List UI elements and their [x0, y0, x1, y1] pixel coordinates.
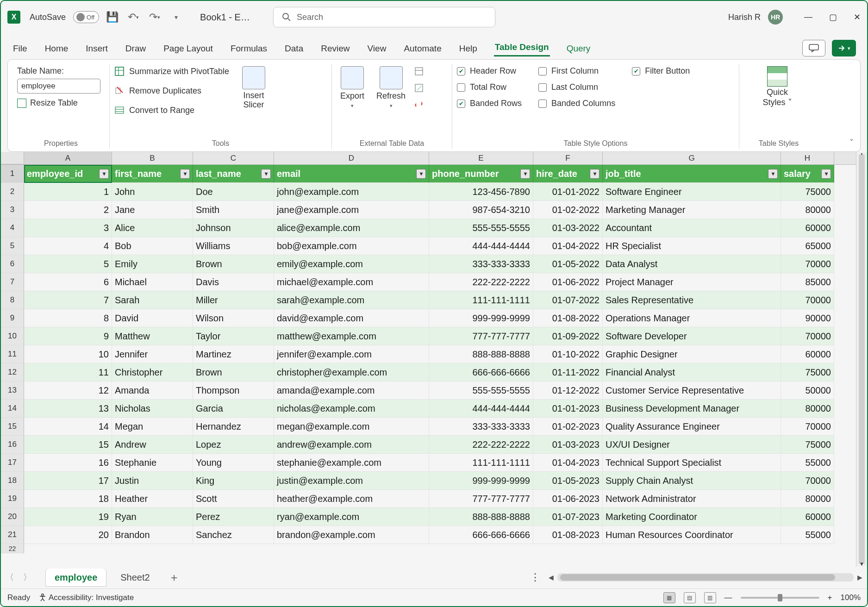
column-header-E[interactable]: E: [429, 152, 533, 164]
cell[interactable]: 16: [24, 454, 112, 472]
row-header[interactable]: 14: [1, 400, 24, 418]
cell[interactable]: jane@example.com: [274, 201, 429, 219]
row-header[interactable]: 15: [1, 418, 24, 436]
ribbon-tab-formulas[interactable]: Formulas: [230, 41, 268, 56]
cell[interactable]: 1: [24, 183, 112, 201]
cell[interactable]: justin@example.com: [274, 472, 429, 490]
cell[interactable]: Sales Representative: [603, 291, 781, 309]
ribbon-tab-automate[interactable]: Automate: [403, 41, 442, 56]
cell[interactable]: 222-222-2222: [429, 273, 533, 291]
cell[interactable]: ryan@example.com: [274, 508, 429, 526]
cell[interactable]: Stephanie: [112, 454, 193, 472]
cell[interactable]: 70000: [781, 472, 834, 490]
row-header[interactable]: 8: [1, 291, 24, 309]
cell[interactable]: Supply Chain Analyst: [603, 472, 781, 490]
cell[interactable]: 01-08-2023: [533, 526, 603, 544]
cell[interactable]: Ryan: [112, 508, 193, 526]
export-button[interactable]: Export ▾: [337, 66, 368, 109]
banded-columns-checkbox[interactable]: Banded Columns: [538, 99, 615, 108]
cell[interactable]: Data Analyst: [603, 255, 781, 273]
row-header[interactable]: 1: [1, 165, 24, 183]
resize-table-button[interactable]: Resize Table: [17, 98, 102, 108]
cell[interactable]: 555-555-5555: [429, 219, 533, 237]
row-header[interactable]: 22: [1, 544, 24, 553]
cell[interactable]: 01-06-2023: [533, 490, 603, 508]
cell[interactable]: 01-01-2022: [533, 183, 603, 201]
cell[interactable]: Wilson: [193, 309, 274, 327]
cell[interactable]: 888-888-8888: [429, 345, 533, 363]
row-header[interactable]: 11: [1, 345, 24, 363]
accessibility-status[interactable]: Accessibility: Investigate: [38, 593, 134, 602]
ribbon-tab-insert[interactable]: Insert: [85, 41, 109, 56]
cell[interactable]: 01-12-2022: [533, 382, 603, 400]
sheet-tab-employee[interactable]: employee: [45, 569, 106, 587]
remove-duplicates-button[interactable]: Remove Duplicates: [114, 86, 229, 96]
cell[interactable]: 15: [24, 436, 112, 454]
cell[interactable]: Technical Support Specialist: [603, 454, 781, 472]
properties-small-button[interactable]: [414, 66, 424, 76]
cell[interactable]: 777-777-7777: [429, 327, 533, 345]
cell[interactable]: megan@example.com: [274, 418, 429, 436]
cell[interactable]: Hernandez: [193, 418, 274, 436]
cell[interactable]: Business Development Manager: [603, 400, 781, 418]
filter-dropdown-button[interactable]: ▾: [416, 169, 426, 179]
cell[interactable]: 01-09-2022: [533, 327, 603, 345]
account-avatar[interactable]: HR: [768, 10, 783, 25]
row-header[interactable]: 17: [1, 454, 24, 472]
qat-undo-button[interactable]: ↶▾: [125, 9, 142, 25]
column-header-B[interactable]: B: [112, 152, 193, 164]
table-header-cell[interactable]: salary▾: [781, 165, 834, 183]
total-row-checkbox[interactable]: Total Row: [457, 82, 522, 92]
normal-view-button[interactable]: ▦: [663, 592, 675, 603]
cell[interactable]: Matthew: [112, 327, 193, 345]
cell[interactable]: 13: [24, 400, 112, 418]
comments-button[interactable]: [802, 40, 825, 56]
cell[interactable]: 999-999-9999: [429, 472, 533, 490]
cell[interactable]: Brown: [193, 255, 274, 273]
row-header[interactable]: 12: [1, 363, 24, 382]
cell[interactable]: Software Developer: [603, 327, 781, 345]
cell[interactable]: Heather: [112, 490, 193, 508]
cell[interactable]: Thompson: [193, 382, 274, 400]
zoom-slider-thumb[interactable]: [778, 594, 782, 601]
cell[interactable]: 01-03-2023: [533, 436, 603, 454]
cell[interactable]: 555-555-5555: [429, 382, 533, 400]
qat-save-button[interactable]: 💾: [104, 9, 120, 25]
filter-dropdown-button[interactable]: ▾: [99, 169, 109, 179]
cell[interactable]: john@example.com: [274, 183, 429, 201]
cell[interactable]: 75000: [781, 436, 834, 454]
cell[interactable]: brandon@example.com: [274, 526, 429, 544]
column-header-C[interactable]: C: [193, 152, 274, 164]
cell[interactable]: 123-456-7890: [429, 183, 533, 201]
row-header[interactable]: 19: [1, 490, 24, 508]
cell[interactable]: andrew@example.com: [274, 436, 429, 454]
cell[interactable]: Jennifer: [112, 345, 193, 363]
hscroll-thumb[interactable]: [560, 574, 835, 581]
cell[interactable]: 5: [24, 255, 112, 273]
banded-rows-checkbox[interactable]: Banded Rows: [457, 99, 522, 108]
cell[interactable]: alice@example.com: [274, 219, 429, 237]
row-header[interactable]: 2: [1, 183, 24, 201]
cell[interactable]: 01-08-2022: [533, 309, 603, 327]
ribbon-tab-help[interactable]: Help: [458, 41, 478, 56]
cell[interactable]: 01-01-2023: [533, 400, 603, 418]
quick-styles-button[interactable]: QuickStyles ˅: [744, 66, 811, 107]
column-header-A[interactable]: A: [24, 152, 112, 164]
cell[interactable]: 80000: [781, 490, 834, 508]
cell[interactable]: 70000: [781, 327, 834, 345]
cell[interactable]: 01-04-2022: [533, 237, 603, 255]
cell[interactable]: jennifer@example.com: [274, 345, 429, 363]
cell[interactable]: 4: [24, 237, 112, 255]
row-header[interactable]: 18: [1, 472, 24, 490]
filter-dropdown-button[interactable]: ▾: [768, 169, 778, 179]
cell[interactable]: Software Engineer: [603, 183, 781, 201]
row-header[interactable]: 21: [1, 526, 24, 544]
row-header[interactable]: 10: [1, 327, 24, 345]
cell[interactable]: 70000: [781, 418, 834, 436]
cell[interactable]: 444-444-4444: [429, 400, 533, 418]
cell[interactable]: Andrew: [112, 436, 193, 454]
cell[interactable]: 80000: [781, 201, 834, 219]
scroll-right-button[interactable]: ▶: [857, 574, 862, 581]
cell[interactable]: sarah@example.com: [274, 291, 429, 309]
column-header-H[interactable]: H: [781, 152, 834, 164]
